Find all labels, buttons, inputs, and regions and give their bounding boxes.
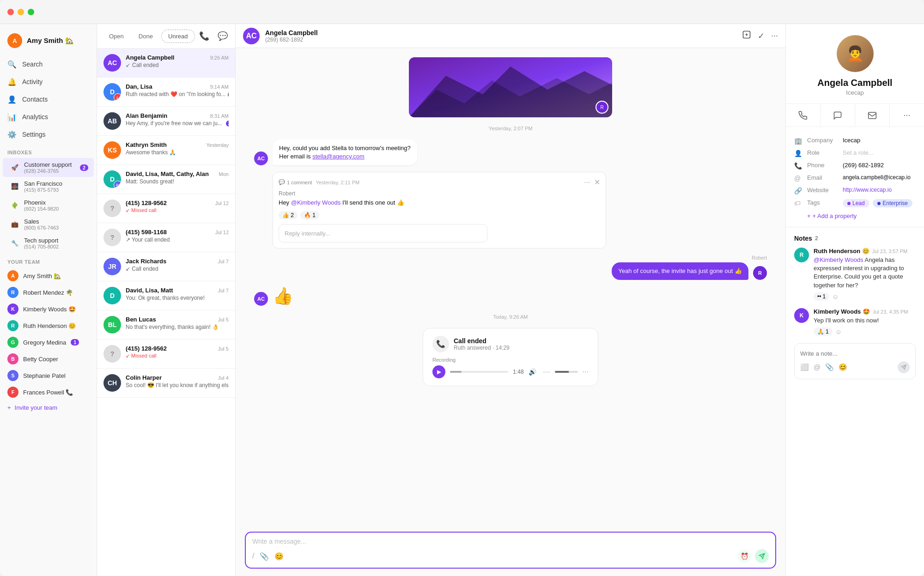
- note-reaction-ruth-1[interactable]: •• 1: [814, 292, 829, 301]
- activity-icon: 🔔: [7, 77, 17, 86]
- team-ruth-henderson[interactable]: R Ruth Henderson 😊: [0, 317, 97, 334]
- inbox-sales[interactable]: 💼 Sales (800) 676-7463: [3, 215, 94, 234]
- minimize-button[interactable]: [18, 9, 24, 15]
- more-options-icon[interactable]: ···: [771, 31, 778, 41]
- note-reaction-kimberly-1[interactable]: 🙏 1: [814, 327, 833, 336]
- note-close-icon[interactable]: ✕: [594, 178, 600, 187]
- team-kimberly-woods[interactable]: K Kimberly Woods 🤩: [0, 301, 97, 317]
- nav-item-activity[interactable]: 🔔 Activity: [0, 73, 97, 91]
- chat-input-area: / 📎 😊 ⏰: [236, 526, 785, 576]
- note-text-input[interactable]: [800, 350, 910, 357]
- conv-name-group2: David, Lisa, Matt: [126, 287, 173, 294]
- message-action-button[interactable]: [821, 104, 855, 127]
- new-conversation-icon[interactable]: [742, 30, 751, 42]
- conv-item-phone3[interactable]: ? (415) 128-9562 Jul 5 ↙ Missed call: [97, 340, 235, 369]
- conv-item-phone1[interactable]: ? (415) 128-9562 Jul 12 ↙ Missed call: [97, 194, 235, 223]
- inbox-tech-support[interactable]: 🔧 Tech support (514) 705-8002: [3, 234, 94, 253]
- note-comment-count: 💬 1 comment Yesterday, 2:11 PM: [279, 179, 359, 185]
- chat-message-input[interactable]: [252, 538, 769, 545]
- note-emoji-icon[interactable]: 😊: [839, 363, 847, 371]
- conv-item-jack[interactable]: JR Jack Richards Jul 7 ↙ Call ended: [97, 252, 235, 281]
- note-time-ruth: Jul 23, 3:57 PM: [872, 249, 907, 254]
- prop-phone-val[interactable]: (269) 682-1892: [843, 162, 916, 169]
- chat-tab-icon[interactable]: 💬: [215, 29, 230, 43]
- team-stephanie-patel[interactable]: S Stephanie Patel: [0, 367, 97, 384]
- prop-role-val[interactable]: Set a role...: [843, 149, 916, 156]
- note-more-icon[interactable]: ···: [584, 178, 590, 187]
- app-window: A Amy Smith 🏡 🔍 Search 🔔 Activity 👤 Cont…: [0, 0, 924, 576]
- add-reaction-kimberly[interactable]: ☺: [835, 328, 842, 335]
- nav-item-analytics[interactable]: 📊 Analytics: [0, 108, 97, 126]
- team-name-stephanie: Stephanie Patel: [23, 372, 66, 379]
- nav-item-search[interactable]: 🔍 Search: [0, 55, 97, 73]
- reaction-fire[interactable]: 🔥 1: [300, 211, 319, 219]
- contact-name: Angela Campbell: [817, 78, 892, 88]
- prop-email-val[interactable]: angela.campbell@icecap.io: [843, 174, 916, 181]
- conv-item-ben[interactable]: BL Ben Lucas Jul 5 No that's everything,…: [97, 310, 235, 340]
- prop-website-val[interactable]: http://www.icecap.io: [843, 187, 916, 193]
- tab-open[interactable]: Open: [103, 30, 130, 42]
- check-icon[interactable]: ✓: [758, 31, 765, 41]
- volume-icon[interactable]: 🔊: [529, 368, 536, 376]
- add-property-button[interactable]: + + Add a property: [794, 210, 916, 219]
- emoji-icon[interactable]: 😊: [274, 552, 284, 561]
- reaction-row: AC 👍: [254, 286, 767, 306]
- add-reaction-ruth[interactable]: ☺: [832, 293, 839, 300]
- attachment-icon[interactable]: 📎: [260, 552, 269, 561]
- nav-item-contacts[interactable]: 👤 Contacts: [0, 91, 97, 108]
- tab-done[interactable]: Done: [132, 30, 159, 42]
- email-action-button[interactable]: [855, 104, 890, 127]
- conv-item-colin[interactable]: CH Colin Harper Jul 4 So cool! 😎 I'll le…: [97, 369, 235, 398]
- inbox-phoenix[interactable]: 🌵 Phoenix (602) 154-9820: [3, 196, 94, 215]
- audio-track[interactable]: [450, 371, 508, 373]
- note-slash-icon[interactable]: ⬜: [800, 363, 809, 371]
- slash-command-icon[interactable]: /: [252, 552, 254, 561]
- schedule-send-icon[interactable]: ⏰: [737, 549, 751, 563]
- conv-name-phone3: (415) 128-9562: [126, 345, 167, 352]
- conv-item-phone2[interactable]: ? (415) 598-1168 Jul 12 ↗ Your call ende…: [97, 223, 235, 252]
- tag-enterprise[interactable]: Enterprise: [873, 199, 912, 207]
- stella-email-link[interactable]: stella@agency.com: [312, 153, 365, 160]
- nav-contacts-label: Contacts: [22, 96, 48, 103]
- conv-item-kathryn[interactable]: KS Kathryn Smith Yesterday Awesome thank…: [97, 136, 235, 165]
- inbox-customer-support[interactable]: 🚀 Customer support (628) 246-3765 2: [3, 158, 94, 177]
- conv-item-dan-lisa[interactable]: D L Dan, Lisa 9:14 AM Ruth reacted with …: [97, 78, 235, 107]
- conv-group-badge: 2+: [114, 181, 121, 188]
- reaction-thumbs-up[interactable]: 👍 2: [279, 211, 298, 219]
- team-avatar-ruth: R: [7, 320, 18, 331]
- inbox-san-francisco[interactable]: 🌉 San Francisco (415) 875-5793: [3, 177, 94, 196]
- fullscreen-button[interactable]: [28, 9, 34, 15]
- conv-item-alan[interactable]: AB Alan Benjamin 8:31 AM Hey Amy, if you…: [97, 107, 235, 136]
- call-action-button[interactable]: [786, 104, 821, 127]
- team-avatar-stephanie: S: [7, 370, 18, 381]
- phone-tab-icon[interactable]: 📞: [197, 29, 212, 43]
- team-amy-smith[interactable]: A Amy Smith 🏡: [0, 267, 97, 284]
- volume-slider[interactable]: [555, 371, 578, 373]
- tab-unread[interactable]: Unread: [161, 30, 195, 43]
- note-attachment-icon[interactable]: 📎: [825, 363, 834, 371]
- play-button[interactable]: ▶: [432, 365, 445, 378]
- team-robert-mendez[interactable]: R Robert Mendez 🌴: [0, 284, 97, 301]
- prop-email: @ Email angela.campbell@icecap.io: [794, 172, 916, 184]
- invite-team-button[interactable]: + Invite your team: [0, 400, 97, 415]
- prop-company-val[interactable]: Icecap: [843, 137, 916, 144]
- note-mention-icon[interactable]: @: [814, 363, 821, 371]
- conversation-items: AC Angela Campbell 9:26 AM ↙ Call ended: [97, 49, 235, 576]
- more-contact-actions[interactable]: ···: [890, 104, 924, 127]
- team-frances-powell[interactable]: F Frances Powell 📞: [0, 384, 97, 400]
- tag-lead[interactable]: Lead: [843, 199, 869, 207]
- note-send-button[interactable]: [898, 361, 910, 373]
- send-button[interactable]: [755, 549, 769, 563]
- nav-search-label: Search: [22, 61, 43, 68]
- conv-item-angela[interactable]: AC Angela Campbell 9:26 AM ↙ Call ended: [97, 49, 235, 78]
- audio-more-icon[interactable]: ···: [583, 368, 589, 376]
- conv-item-group2[interactable]: D David, Lisa, Matt Jul 7 You: Ok great,…: [97, 281, 235, 310]
- nav-item-settings[interactable]: ⚙️ Settings: [0, 126, 97, 143]
- building-icon: 🏢: [794, 137, 802, 145]
- prop-phone: 📞 Phone (269) 682-1892: [794, 159, 916, 172]
- note-author-ruth: Ruth Henderson 😊: [814, 248, 869, 255]
- close-button[interactable]: [7, 9, 14, 15]
- team-betty-cooper[interactable]: B Betty Cooper: [0, 351, 97, 367]
- team-gregory-medina[interactable]: G Gregory Medina 1: [0, 334, 97, 351]
- conv-item-group1[interactable]: D 2+ David, Lisa, Matt, Cathy, Alan Mon …: [97, 165, 235, 194]
